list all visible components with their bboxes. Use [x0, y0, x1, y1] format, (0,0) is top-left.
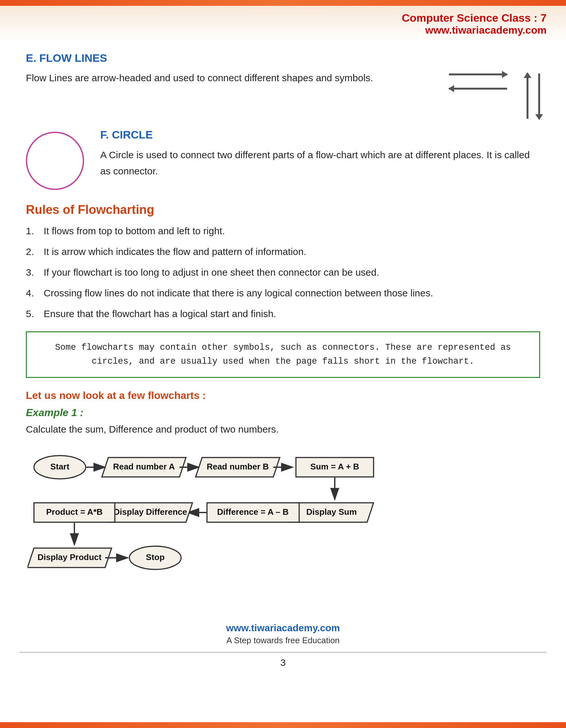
- footer-tagline: A Step towards free Education: [0, 635, 566, 645]
- display-prod-label: Display Product: [38, 552, 102, 562]
- rule-text: Crossing flow lines do not indicate that…: [44, 285, 433, 301]
- flow-lines-diagram: [449, 70, 540, 119]
- rule-number: 3.: [26, 265, 44, 280]
- info-box-text: Some flowcharts may contain other symbol…: [55, 343, 511, 366]
- list-item: 5. Ensure that the flowchart has a logic…: [26, 306, 540, 322]
- bottom-bar: [0, 722, 566, 728]
- arrows-horizontal: [449, 73, 507, 90]
- footer-url: www.tiwariacademy.com: [0, 623, 566, 634]
- page-number: 3: [0, 657, 566, 668]
- example-desc: Calculate the sum, Difference and produc…: [26, 424, 540, 435]
- info-box: Some flowcharts may contain other symbol…: [26, 331, 540, 378]
- header-url: www.tiwariacademy.com: [402, 24, 547, 36]
- section-f-text: F. CIRCLE A Circle is used to connect tw…: [100, 128, 540, 179]
- up-arrow-head: [524, 72, 531, 78]
- vertical-line-container: [527, 73, 528, 119]
- down-arrow-head: [535, 114, 543, 120]
- rule-text: If your flowchart is too long to adjust …: [44, 265, 379, 280]
- flowchart: Start Read number A Read number B Sum = …: [26, 448, 540, 597]
- start-label: Start: [50, 462, 70, 471]
- list-item: 4. Crossing flow lines do not indicate t…: [26, 285, 540, 301]
- list-item: 3. If your flowchart is too long to adju…: [26, 265, 540, 280]
- example-title: Example 1 :: [26, 407, 540, 419]
- sum-eq-label: Sum = A + B: [310, 462, 359, 471]
- read-b-label: Read number B: [207, 462, 269, 471]
- footer-divider: [19, 652, 547, 653]
- rule-number: 4.: [26, 285, 44, 301]
- rules-list: 1. It flows from top to bottom and left …: [26, 223, 540, 322]
- vertical-line-down-container: [538, 73, 540, 119]
- rule-number: 2.: [26, 244, 44, 259]
- rules-title: Rules of Flowcharting: [26, 203, 540, 217]
- rule-text: It flows from top to bottom and left to …: [44, 223, 225, 239]
- rule-text: Ensure that the flowchart has a logical …: [44, 306, 276, 322]
- arrow-left: [449, 88, 507, 90]
- flowchart-svg: Start Read number A Read number B Sum = …: [28, 448, 538, 597]
- stop-label: Stop: [146, 552, 165, 562]
- section-f-container: F. CIRCLE A Circle is used to connect tw…: [26, 128, 540, 190]
- list-item: 1. It flows from top to bottom and left …: [26, 223, 540, 239]
- header-title: Computer Science Class : 7: [402, 12, 547, 24]
- rule-number: 1.: [26, 223, 44, 239]
- section-e-container: Flow Lines are arrow-headed and used to …: [26, 70, 540, 119]
- arrow-right: [449, 73, 507, 75]
- rule-text: It is arrow which indicates the flow and…: [44, 244, 306, 259]
- product-eq-label: Product = A*B: [46, 507, 103, 517]
- let-us-title: Let us now look at a few flowcharts :: [26, 390, 540, 402]
- diff-eq-label: Difference = A – B: [217, 507, 288, 517]
- rule-number: 5.: [26, 306, 44, 322]
- section-f-content: A Circle is used to connect two differen…: [100, 147, 540, 179]
- footer: www.tiwariacademy.com A Step towards fre…: [0, 616, 566, 675]
- header-text: Computer Science Class : 7 www.tiwariaca…: [402, 12, 547, 36]
- section-e-title: E. FLOW LINES: [26, 52, 540, 64]
- circle-diagram: [26, 132, 84, 190]
- read-a-label: Read number A: [113, 462, 175, 471]
- arrow-left-spacer: [449, 88, 507, 90]
- display-sum-label: Display Sum: [306, 507, 357, 517]
- header: Computer Science Class : 7 www.tiwariaca…: [0, 6, 566, 42]
- section-f-title: F. CIRCLE: [100, 128, 540, 141]
- list-item: 2. It is arrow which indicates the flow …: [26, 244, 540, 259]
- vertical-arrows: [520, 73, 540, 119]
- main-content: E. FLOW LINES Flow Lines are arrow-heade…: [0, 42, 566, 616]
- section-e-text: Flow Lines are arrow-headed and used to …: [26, 70, 429, 86]
- top-bar: [0, 0, 566, 6]
- display-diff-label: Display Difference: [114, 507, 187, 517]
